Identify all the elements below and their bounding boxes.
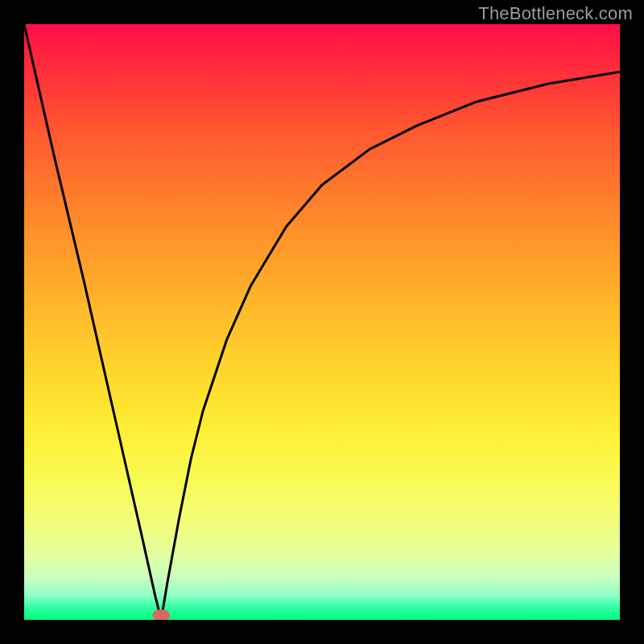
watermark-text: TheBottleneck.com: [478, 3, 633, 24]
curve-right-branch: [161, 72, 620, 620]
minimum-marker: [152, 609, 170, 620]
curve-layer: [24, 24, 620, 620]
curve-left-branch: [24, 24, 161, 620]
chart-frame: TheBottleneck.com: [0, 0, 644, 644]
plot-area: [24, 24, 620, 620]
